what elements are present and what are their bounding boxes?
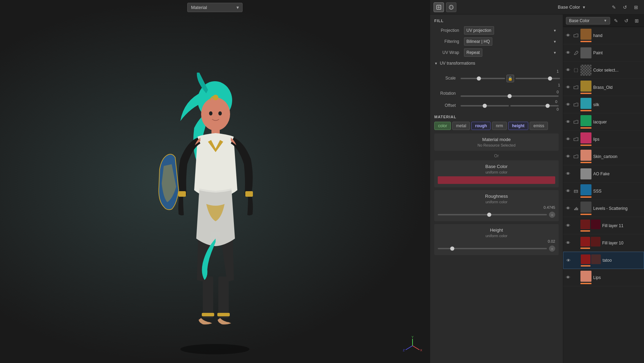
- layer-fill-10-info: Fill layer 10: [602, 241, 641, 245]
- layer-lips-bottom[interactable]: 👁 Lips: [563, 269, 644, 286]
- layer-silk-eye[interactable]: 👁: [566, 102, 571, 107]
- layer-fill-11-eye[interactable]: 👁: [566, 223, 571, 228]
- edit-icon-btn[interactable]: ✎: [609, 3, 618, 12]
- layers-icon-btn[interactable]: ⊞: [632, 3, 641, 12]
- layer-lips-bottom-accent: [580, 283, 591, 284]
- scale-lock-btn[interactable]: 🔒: [506, 75, 514, 82]
- viewport-bg: X Y Z: [0, 0, 430, 363]
- layer-skin-cartoon-eye[interactable]: 👁: [566, 154, 571, 159]
- layer-fill-10[interactable]: 👁 Fill layer 10: [563, 234, 644, 252]
- layer-fill-10-thumbs: [580, 237, 600, 249]
- rotation-slider[interactable]: [461, 95, 559, 97]
- layer-brass-old[interactable]: 👁 Brass_Old: [563, 79, 644, 96]
- roughness-slider[interactable]: [438, 214, 547, 215]
- height-end-icon[interactable]: ○: [549, 245, 555, 252]
- layer-fill-10-accent: [580, 248, 590, 249]
- layer-paint-thumb: [580, 47, 591, 58]
- layer-color-select-icon: [573, 67, 579, 73]
- layer-skin-cartoon-accent: [580, 162, 591, 163]
- layer-levels-eye[interactable]: 👁: [566, 206, 571, 211]
- svg-rect-25: [575, 208, 576, 210]
- layer-sss-eye[interactable]: 👁: [566, 188, 571, 194]
- layer-tatoo-eye[interactable]: 👁: [566, 258, 572, 263]
- layer-skin-cartoon-name: Skin_cartoon: [593, 154, 641, 159]
- roughness-end-icon[interactable]: ○: [549, 212, 555, 218]
- scale-slider-right[interactable]: [515, 78, 560, 79]
- height-sub: uniform color: [438, 234, 555, 238]
- layer-lips-bottom-eye[interactable]: 👁: [566, 275, 571, 280]
- layer-lips-bottom-name: Lips: [593, 275, 641, 280]
- tab-color[interactable]: color: [434, 122, 451, 130]
- layer-tatoo-icon: [574, 258, 579, 263]
- svg-point-21: [450, 5, 452, 9]
- layer-paint-eye[interactable]: 👁: [566, 50, 571, 55]
- base-color-block[interactable]: Base Color uniform color: [434, 160, 559, 187]
- layer-color-select-eye[interactable]: 👁: [566, 67, 571, 73]
- layer-lips-eye[interactable]: 👁: [566, 137, 571, 142]
- layer-fill-11-info: Fill layer 11: [602, 223, 641, 228]
- layer-tatoo[interactable]: 👁 tatoo: [563, 252, 644, 269]
- svg-point-5: [213, 95, 218, 100]
- svg-rect-8: [245, 191, 253, 197]
- layer-ao-fake-eye[interactable]: 👁: [566, 171, 571, 176]
- layer-levels-info: Levels - Scattering: [593, 206, 641, 211]
- uv-wrap-label: UV Wrap: [434, 50, 462, 55]
- layer-lips-info: lips: [593, 137, 641, 142]
- tab-rough[interactable]: rough: [471, 122, 491, 130]
- layer-tatoo-thumb1: [581, 254, 590, 264]
- offset-slider-left[interactable]: [461, 105, 509, 106]
- material-dropdown[interactable]: Material: [187, 3, 243, 12]
- tab-fill-icon[interactable]: [434, 2, 444, 12]
- filtering-select[interactable]: Bilinear | HQ: [464, 37, 492, 46]
- tab-metal[interactable]: metal: [452, 122, 470, 130]
- base-color-swatch[interactable]: [438, 176, 555, 184]
- layer-sss[interactable]: 👁 SSS: [563, 183, 644, 200]
- material-section-title: MATERIAL: [434, 115, 559, 119]
- material-mode-block[interactable]: Material mode No Resource Selected: [434, 133, 559, 151]
- layer-ao-fake[interactable]: 👁 AO Fake: [563, 165, 644, 183]
- layer-brass-info: Brass_Old: [593, 85, 641, 90]
- layer-fill-10-eye[interactable]: 👁: [566, 240, 571, 245]
- layer-paint[interactable]: 👁 Paint: [563, 44, 644, 62]
- layers-edit-btn[interactable]: ✎: [612, 16, 621, 25]
- rotation-row: Rotation 0: [434, 90, 559, 97]
- layer-silk[interactable]: 👁 silk: [563, 96, 644, 113]
- layers-add-btn[interactable]: ⊞: [632, 16, 641, 25]
- base-color-title: Base Color: [438, 164, 555, 169]
- layer-silk-name: silk: [593, 102, 641, 107]
- layer-tatoo-thumbs: [581, 254, 601, 267]
- layer-color-select[interactable]: 👁 Color select...: [563, 62, 644, 79]
- offset-slider-right[interactable]: [510, 105, 559, 106]
- layer-lacquer[interactable]: 👁 lacquer: [563, 113, 644, 131]
- uv-wrap-select[interactable]: Repeat: [464, 48, 482, 57]
- offset-row: Offset 0 0: [434, 100, 559, 111]
- layer-silk-thumb: [580, 98, 591, 109]
- layers-channel-dropdown[interactable]: Base Color ▼: [566, 17, 610, 25]
- tab-emiss[interactable]: emiss: [530, 122, 548, 130]
- layers-rotate-btn[interactable]: ↺: [622, 16, 631, 25]
- layer-fill-11[interactable]: 👁 Fill layer 11: [563, 217, 644, 234]
- roughness-block: Roughness uniform color 0.4745 ○: [434, 190, 559, 221]
- tab-nrm[interactable]: nrm: [492, 122, 507, 130]
- uv-transform-header[interactable]: ▼ UV transformations: [434, 59, 559, 67]
- layer-tatoo-name: tatoo: [603, 258, 641, 263]
- layer-levels-scattering[interactable]: 👁 Levels - Scatterin: [563, 200, 644, 217]
- layer-hand-eye[interactable]: 👁: [566, 33, 571, 38]
- layer-hand[interactable]: 👁 hand: [563, 27, 644, 44]
- tab-height[interactable]: height: [508, 122, 528, 130]
- layers-channel-label: Base Color: [569, 18, 589, 23]
- base-color-sub: uniform color: [438, 170, 555, 174]
- projection-select[interactable]: UV projection: [464, 26, 494, 35]
- base-color-header-label: Base Color: [558, 4, 580, 10]
- layer-lacquer-thumb: [580, 115, 591, 126]
- scale-slider-left[interactable]: [461, 78, 505, 79]
- layer-fill-10-thumb2: [591, 237, 600, 246]
- layer-lacquer-eye[interactable]: 👁: [566, 119, 571, 124]
- tab-sphere-icon[interactable]: [446, 2, 456, 12]
- layer-brass-eye[interactable]: 👁: [566, 85, 571, 90]
- layer-hand-name: hand: [593, 33, 641, 38]
- height-slider[interactable]: [438, 248, 547, 249]
- layer-lips[interactable]: 👁 lips: [563, 131, 644, 148]
- rotate-icon-btn[interactable]: ↺: [621, 3, 629, 12]
- layer-skin-cartoon[interactable]: 👁 Skin_cartoon: [563, 148, 644, 165]
